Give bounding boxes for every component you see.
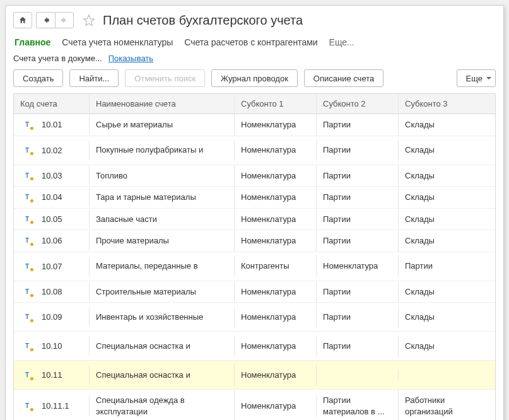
account-icon: Т xyxy=(23,237,32,245)
cell-code-text: 10.02 xyxy=(42,146,62,155)
cell-sub1: Номенклатура xyxy=(235,187,317,208)
cell-sub3: Склады xyxy=(399,209,495,230)
tabs: Главное Счета учета номенклатуры Счета р… xyxy=(13,33,496,54)
table-row[interactable]: Т10.04Тара и тарные материалыНоменклатур… xyxy=(14,187,495,209)
cell-sub3: Склады xyxy=(399,230,495,252)
cell-sub1: Контрагенты xyxy=(235,255,317,277)
col-header-sub3[interactable]: Субконто 3 xyxy=(399,94,495,114)
table-row[interactable]: Т10.11Специальная оснастка иНоменклатура xyxy=(14,361,495,390)
cell-code: Т10.04 xyxy=(14,187,90,207)
cell-sub1: Номенклатура xyxy=(235,395,317,417)
cell-code: Т10.01 xyxy=(14,115,90,134)
cell-name: Сырье и материалы xyxy=(90,114,235,136)
table-row[interactable]: Т10.08Строительные материалыНоменклатура… xyxy=(14,281,495,303)
cell-name: Топливо xyxy=(90,165,235,187)
table-row[interactable]: Т10.07Материалы, переданные вКонтрагенты… xyxy=(14,252,495,281)
cell-sub1: Номенклатура xyxy=(235,139,317,161)
table-row[interactable]: Т10.05Запасные частиНоменклатураПартииСк… xyxy=(14,209,495,231)
cell-sub1: Номенклатура xyxy=(235,306,317,328)
filter-row: Счета учета в докуме... Показывать xyxy=(13,54,496,69)
arrow-right-icon xyxy=(60,16,69,25)
cell-code-text: 10.06 xyxy=(42,236,62,245)
find-button[interactable]: Найти... xyxy=(69,69,119,87)
cell-sub2: Номенклатура xyxy=(317,255,399,277)
table-row[interactable]: Т10.10Специальная оснастка иНоменклатура… xyxy=(14,332,495,361)
cell-name: Запасные части xyxy=(90,209,235,230)
filter-link[interactable]: Показывать xyxy=(108,54,153,63)
cell-code: Т10.08 xyxy=(14,282,90,301)
table-body: Т10.01Сырье и материалыНоменклатураПарти… xyxy=(14,114,495,420)
cell-code-text: 10.05 xyxy=(42,214,62,224)
account-icon: Т xyxy=(23,146,32,154)
cell-sub3: Склады xyxy=(399,281,495,303)
cell-sub3: Склады xyxy=(399,335,495,357)
tab-more[interactable]: Еще... xyxy=(329,37,354,47)
cell-code: Т10.06 xyxy=(14,231,90,250)
more-button[interactable]: Еще xyxy=(457,69,496,87)
cell-name: Инвентарь и хозяйственные xyxy=(90,306,235,328)
cell-sub1: Номенклатура xyxy=(235,335,317,357)
cell-sub3: Склады xyxy=(399,139,495,161)
filter-label: Счета учета в докуме... xyxy=(13,54,102,63)
col-header-sub1[interactable]: Субконто 1 xyxy=(235,94,317,114)
cell-sub1: Номенклатура xyxy=(235,114,317,136)
table-row[interactable]: Т10.09Инвентарь и хозяйственныеНоменклат… xyxy=(14,303,495,332)
toolbar: Создать Найти... Отменить поиск Журнал п… xyxy=(13,69,496,87)
table-row[interactable]: Т10.02Покупные полуфабрикаты иНоменклату… xyxy=(14,136,495,165)
cell-sub1: Номенклатура xyxy=(235,365,317,386)
journal-button[interactable]: Журнал проводок xyxy=(211,69,298,87)
col-header-name[interactable]: Наименование счета xyxy=(90,94,235,114)
account-icon: Т xyxy=(23,342,32,350)
account-icon: Т xyxy=(23,172,32,179)
favorite-button[interactable] xyxy=(83,14,95,26)
cell-name: Материалы, переданные в xyxy=(90,255,235,277)
col-header-sub2[interactable]: Субконто 2 xyxy=(317,94,399,114)
description-button[interactable]: Описание счета xyxy=(304,69,383,87)
cell-sub3: Партии xyxy=(399,255,495,277)
cell-sub2: Партии xyxy=(317,230,399,252)
cell-name: Тара и тарные материалы xyxy=(90,187,235,208)
cell-name: Покупные полуфабрикаты и xyxy=(90,139,235,161)
account-icon: Т xyxy=(23,313,32,321)
nav-group xyxy=(36,12,74,28)
accounts-table: Код счета Наименование счета Субконто 1 … xyxy=(13,93,496,420)
tab-nomenclature[interactable]: Счета учета номенклатуры xyxy=(62,37,173,47)
forward-button[interactable] xyxy=(55,12,74,28)
table-row[interactable]: Т10.03ТопливоНоменклатураПартииСклады xyxy=(14,165,495,187)
cell-sub3 xyxy=(399,370,495,380)
cell-code: Т10.05 xyxy=(14,209,90,229)
arrow-left-icon xyxy=(42,16,50,25)
cell-sub2: Партии xyxy=(317,209,399,230)
cell-sub2: Партии xyxy=(317,114,399,136)
cell-sub2: Партии материалов в ... xyxy=(317,390,399,420)
cell-sub2: Партии xyxy=(317,139,399,161)
back-button[interactable] xyxy=(36,12,55,28)
cell-code: Т10.11 xyxy=(14,365,90,385)
cell-code: Т10.07 xyxy=(14,257,90,276)
cell-code-text: 10.10 xyxy=(42,341,62,351)
cell-name: Специальная одежда в эксплуатации xyxy=(90,390,235,420)
cell-code: Т10.10 xyxy=(14,336,90,356)
account-icon: Т xyxy=(23,402,32,410)
table-row[interactable]: Т10.01Сырье и материалыНоменклатураПарти… xyxy=(14,114,495,136)
tab-main[interactable]: Главное xyxy=(15,37,50,47)
cell-name: Строительные материалы xyxy=(90,281,235,303)
home-button[interactable] xyxy=(13,12,32,28)
cell-name: Специальная оснастка и xyxy=(90,365,235,386)
cell-code-text: 10.07 xyxy=(42,262,62,271)
cell-sub2: Партии xyxy=(317,187,399,208)
cell-sub3: Склады xyxy=(399,187,495,208)
cell-sub1: Номенклатура xyxy=(235,165,317,187)
cell-sub3: Работники организаций xyxy=(399,390,495,420)
col-header-code[interactable]: Код счета xyxy=(14,94,90,114)
account-icon: Т xyxy=(23,194,32,201)
table-row[interactable]: Т10.11.1Специальная одежда в эксплуатаци… xyxy=(14,390,495,420)
cell-code-text: 10.11.1 xyxy=(42,401,69,411)
cell-code-text: 10.04 xyxy=(42,192,62,202)
cell-sub1: Номенклатура xyxy=(235,230,317,252)
cell-sub2: Партии xyxy=(317,306,399,328)
cell-code: Т10.02 xyxy=(14,141,90,160)
create-button[interactable]: Создать xyxy=(13,69,63,87)
table-row[interactable]: Т10.06Прочие материалыНоменклатураПартии… xyxy=(14,230,495,252)
tab-contractors[interactable]: Счета расчетов с контрагентами xyxy=(184,37,317,47)
